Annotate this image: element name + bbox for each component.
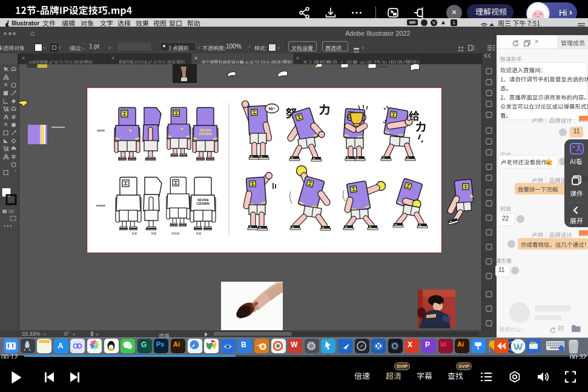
- svg-text:CROWN: CROWN: [196, 202, 209, 205]
- svg-text:CROWN: CROWN: [199, 132, 211, 136]
- svg-text:HI~: HI~: [268, 107, 275, 111]
